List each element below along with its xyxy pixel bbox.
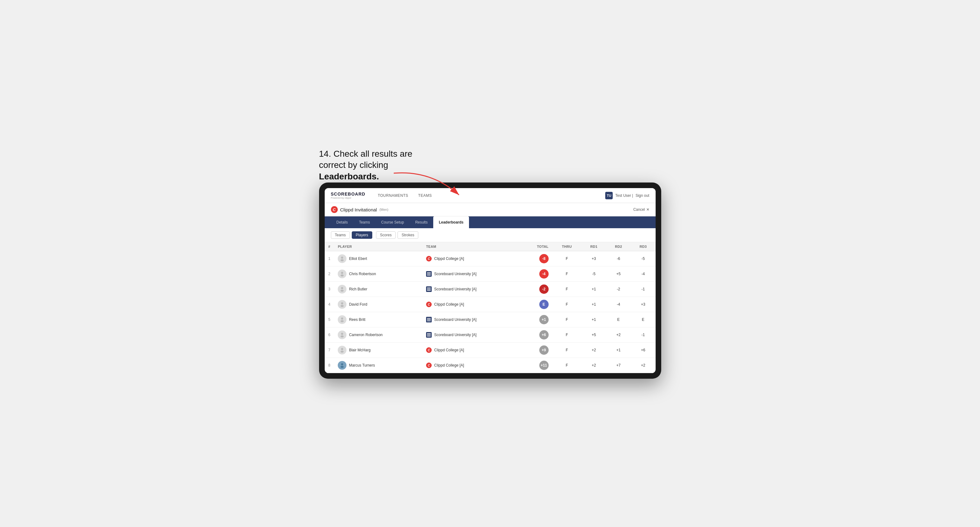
cancel-label: Cancel [633, 207, 645, 212]
cell-team: CClippd College [A] [422, 358, 520, 373]
cell-total: +6 [520, 327, 552, 343]
score-badge: -2 [539, 284, 549, 294]
score-badge: +11 [539, 361, 549, 370]
cell-rank: 2 [325, 267, 334, 282]
team-name: Scoreboard University [A] [434, 272, 476, 276]
score-badge: -8 [539, 254, 549, 264]
svg-point-20 [341, 333, 344, 335]
outer-wrapper: 14. Check all results are correct by cli… [319, 148, 661, 379]
cell-rd1: +3 [582, 251, 606, 267]
score-badge: +9 [539, 345, 549, 355]
cell-rd1: +1 [582, 297, 606, 312]
tab-results[interactable]: Results [410, 216, 433, 228]
tablet-screen: SCOREBOARD Powered by clippd TOURNAMENTS… [325, 188, 655, 373]
cancel-icon: ✕ [646, 207, 649, 212]
team-name: Scoreboard University [A] [434, 317, 476, 322]
cell-rd2: -2 [606, 282, 631, 297]
team-logo-sb [426, 271, 432, 277]
svg-rect-10 [427, 287, 431, 288]
cell-rd2: +7 [606, 358, 631, 373]
cell-rank: 6 [325, 327, 334, 343]
team-logo-c: C [426, 362, 432, 368]
team-logo-sb [426, 317, 432, 322]
svg-point-21 [340, 335, 344, 338]
cell-team: Scoreboard University [A] [422, 267, 520, 282]
cell-player: Cameron Robertson [334, 327, 422, 343]
cell-thru: F [552, 251, 582, 267]
svg-point-15 [341, 317, 344, 320]
table-row: 1Elliot EbertCClippd College [A]-8F+3-6-… [325, 251, 655, 267]
user-label: Test User | [615, 194, 633, 198]
col-header-team: TEAM [422, 242, 520, 251]
cell-rd1: +1 [582, 282, 606, 297]
cell-team: CClippd College [A] [422, 343, 520, 358]
player-name: Chris Robertson [349, 272, 376, 276]
player-name: Cameron Robertson [349, 333, 383, 337]
signout-link[interactable]: Sign out [635, 194, 649, 198]
arrow-pointer [388, 167, 468, 204]
cell-team: CClippd College [A] [422, 251, 520, 267]
svg-rect-24 [427, 336, 431, 337]
cell-player: Rich Butler [334, 282, 422, 297]
table-row: 3Rich ButlerScoreboard University [A]-2F… [325, 282, 655, 297]
player-avatar [338, 315, 347, 324]
logo-title: SCOREBOARD [331, 192, 366, 197]
cell-player: Elliot Ebert [334, 251, 422, 267]
team-name: Clippd College [A] [434, 257, 464, 261]
filter-scores[interactable]: Scores [376, 231, 396, 239]
cell-total: -8 [520, 251, 552, 267]
team-logo-c: C [426, 347, 432, 353]
player-name: David Ford [349, 302, 367, 306]
table-row: 2Chris RobertsonScoreboard University [A… [325, 267, 655, 282]
cancel-button[interactable]: Cancel ✕ [633, 207, 649, 212]
tab-teams[interactable]: Teams [353, 216, 375, 228]
svg-rect-23 [427, 335, 431, 335]
filter-row: Teams Players Scores Strokes [325, 228, 655, 242]
cell-rd1: +2 [582, 343, 606, 358]
player-avatar [338, 330, 347, 339]
col-header-rd2: RD2 [606, 242, 631, 251]
score-badge: E [539, 300, 549, 309]
cell-rd2: E [606, 312, 631, 327]
cell-total: +9 [520, 343, 552, 358]
svg-rect-11 [427, 289, 431, 289]
table-row: 4David FordCClippd College [A]EF+1-4+3 [325, 297, 655, 312]
tab-details[interactable]: Details [331, 216, 354, 228]
team-name: Clippd College [A] [434, 363, 464, 368]
cell-rd3: +6 [631, 343, 655, 358]
filter-teams[interactable]: Teams [331, 231, 350, 239]
col-header-player: PLAYER [334, 242, 422, 251]
cell-rd3: E [631, 312, 655, 327]
tab-leaderboards[interactable]: Leaderboards [433, 216, 469, 228]
player-avatar [338, 346, 347, 354]
filter-strokes[interactable]: Strokes [398, 231, 418, 239]
cell-total: E [520, 297, 552, 312]
tab-course-setup[interactable]: Course Setup [376, 216, 410, 228]
leaderboard-table-wrapper: # PLAYER TEAM TOTAL THRU RD1 RD2 RD3 1El… [325, 242, 655, 373]
cell-rank: 1 [325, 251, 334, 267]
svg-rect-17 [427, 318, 431, 319]
tablet-frame: SCOREBOARD Powered by clippd TOURNAMENTS… [319, 183, 661, 379]
cell-rd2: +2 [606, 327, 631, 343]
cell-thru: F [552, 358, 582, 373]
cell-player: Chris Robertson [334, 267, 422, 282]
cell-total: +1 [520, 312, 552, 327]
cell-total: -2 [520, 282, 552, 297]
cell-thru: F [552, 267, 582, 282]
cell-rd3: -4 [631, 267, 655, 282]
leaderboard-table: # PLAYER TEAM TOTAL THRU RD1 RD2 RD3 1El… [325, 242, 655, 373]
filter-players[interactable]: Players [352, 231, 372, 239]
tournament-logo: C [331, 206, 338, 213]
svg-point-4 [340, 275, 344, 277]
col-header-rank: # [325, 242, 334, 251]
cell-rd1: +2 [582, 358, 606, 373]
cell-rd2: -6 [606, 251, 631, 267]
svg-rect-12 [427, 290, 431, 291]
cell-rd3: -5 [631, 251, 655, 267]
player-avatar [338, 270, 347, 278]
team-logo-c: C [426, 256, 432, 262]
svg-point-9 [340, 290, 344, 292]
svg-point-2 [340, 259, 344, 262]
tournament-name: Clippd Invitational [340, 207, 377, 212]
instruction-bold: Leaderboards. [319, 171, 379, 181]
